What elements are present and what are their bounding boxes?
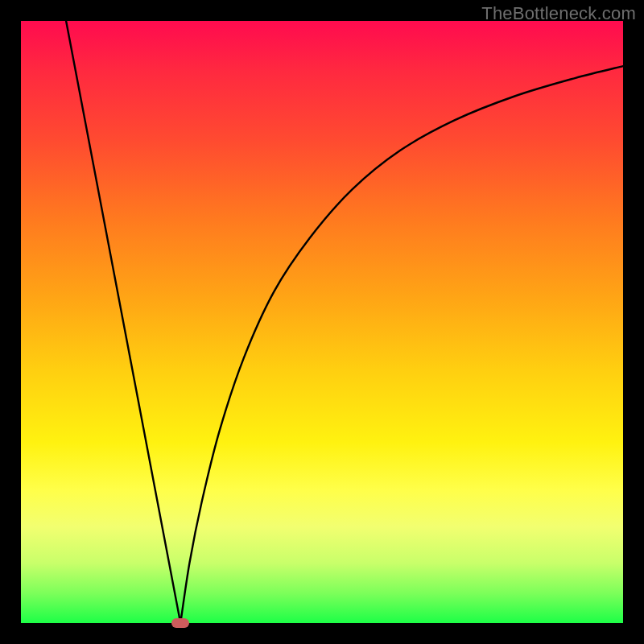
chart-plot-area bbox=[21, 21, 623, 623]
chart-frame: TheBottleneck.com bbox=[0, 0, 644, 644]
chart-minimum-marker bbox=[171, 618, 189, 628]
watermark-text: TheBottleneck.com bbox=[481, 3, 636, 24]
chart-curve bbox=[21, 21, 623, 623]
